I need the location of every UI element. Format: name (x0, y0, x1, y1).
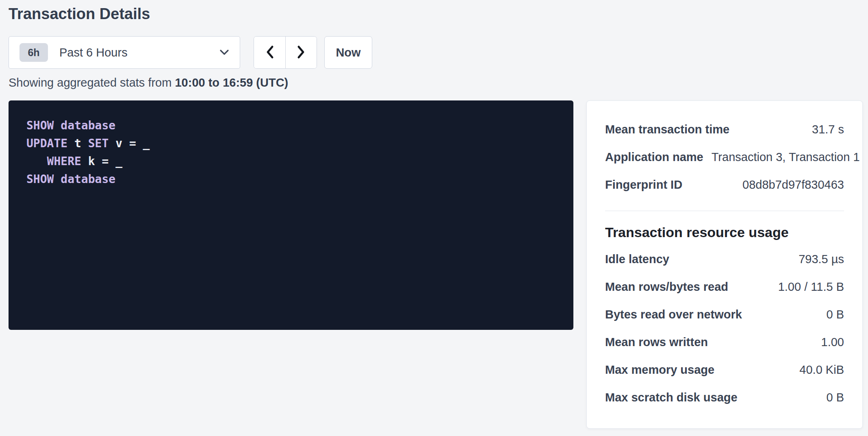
page-title: Transaction Details (9, 5, 863, 23)
chevron-right-icon (297, 45, 306, 60)
stat-label: Max scratch disk usage (605, 391, 746, 404)
time-range-dropdown[interactable]: 6h Past 6 Hours (9, 36, 240, 69)
stat-row: Max memory usage 40.0 KiB (605, 356, 844, 384)
transaction-details-page: Transaction Details 6h Past 6 Hours (0, 0, 868, 429)
stat-row: Mean rows written 1.00 (605, 328, 844, 356)
stat-label: Application name (605, 150, 712, 164)
resource-rows: Idle latency 793.5 µs Mean rows/bytes re… (605, 245, 844, 411)
transaction-details-card: Mean transaction time 31.7 s Application… (586, 100, 863, 429)
chevron-left-icon (265, 45, 274, 60)
stat-label: Mean rows/bytes read (605, 280, 736, 294)
resource-usage-heading: Transaction resource usage (605, 223, 844, 241)
stat-value: 31.7 s (812, 123, 844, 136)
summary-rows: Mean transaction time 31.7 s Application… (605, 116, 844, 198)
stat-label: Max memory usage (605, 363, 723, 377)
sql-line: SHOW database (26, 170, 556, 188)
chevron-down-icon (219, 49, 229, 56)
subtitle-time-range: 10:00 to 16:59 (UTC) (175, 76, 288, 89)
stat-row: Bytes read over network 0 B (605, 301, 844, 328)
prev-time-button[interactable] (254, 37, 285, 68)
stat-value: 1.00 / 11.5 B (778, 280, 844, 294)
stat-value: 793.5 µs (799, 253, 844, 266)
stat-row: Max scratch disk usage 0 B (605, 384, 844, 411)
stat-row: Mean rows/bytes read 1.00 / 11.5 B (605, 273, 844, 301)
card-divider (605, 211, 844, 211)
stat-row: Idle latency 793.5 µs (605, 245, 844, 273)
aggregated-stats-subtitle: Showing aggregated stats from 10:00 to 1… (9, 75, 863, 90)
main-content: SHOW databaseUPDATE t SET v = _ WHERE k … (9, 100, 863, 429)
stat-row: Fingerprint ID 08d8b7d97f830463 (605, 171, 844, 198)
stat-value: Transaction 3, Transaction 1 (712, 150, 860, 164)
stat-row: Application name Transaction 3, Transact… (605, 143, 844, 171)
sql-line: UPDATE t SET v = _ (26, 135, 556, 153)
next-time-button[interactable] (285, 37, 317, 68)
sql-statement-box: SHOW databaseUPDATE t SET v = _ WHERE k … (9, 100, 573, 330)
time-controls: 6h Past 6 Hours (9, 36, 863, 69)
stat-label: Fingerprint ID (605, 178, 690, 192)
time-nav-button-group (254, 36, 317, 69)
subtitle-prefix: Showing aggregated stats from (9, 76, 175, 89)
stat-row: Mean transaction time 31.7 s (605, 116, 844, 143)
stat-label: Mean rows written (605, 336, 716, 349)
time-range-badge: 6h (20, 43, 48, 62)
stat-value: 1.00 (821, 336, 844, 349)
sql-line: SHOW database (26, 117, 556, 135)
stat-value: 0 B (826, 308, 844, 321)
sql-line: WHERE k = _ (26, 153, 556, 170)
stat-label: Bytes read over network (605, 308, 750, 321)
stat-label: Idle latency (605, 253, 677, 266)
stat-value: 40.0 KiB (799, 363, 844, 377)
now-button[interactable]: Now (324, 36, 372, 69)
time-range-label: Past 6 Hours (59, 46, 128, 59)
stat-value: 08d8b7d97f830463 (742, 178, 844, 192)
stat-value: 0 B (826, 391, 844, 404)
stat-label: Mean transaction time (605, 123, 738, 136)
